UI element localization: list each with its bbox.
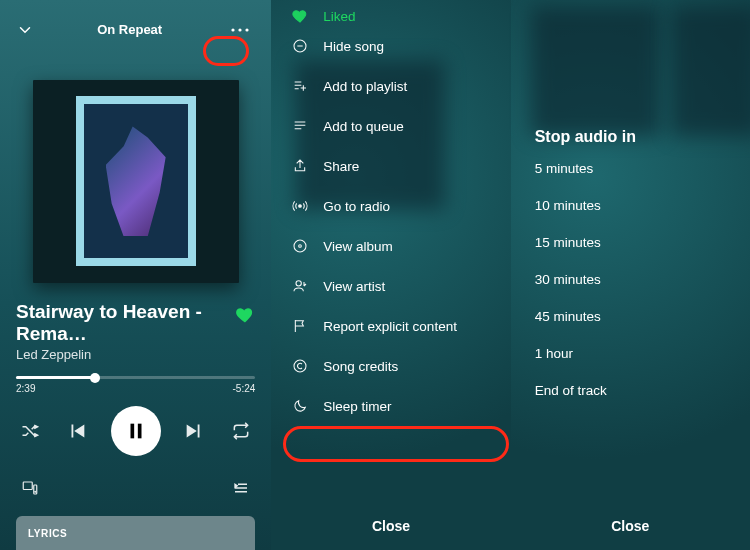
- menu-go-to-radio[interactable]: Go to radio: [271, 186, 510, 226]
- close-button[interactable]: Close: [271, 502, 510, 550]
- previous-button[interactable]: [63, 417, 91, 445]
- svg-point-10: [294, 240, 306, 252]
- artist-icon: [291, 277, 309, 295]
- menu-sleep-timer[interactable]: Sleep timer: [271, 386, 510, 426]
- liked-indicator[interactable]: Liked: [271, 10, 510, 26]
- menu-report-explicit[interactable]: Report explicit content: [271, 306, 510, 346]
- lyrics-label: LYRICS: [28, 528, 67, 539]
- svg-point-9: [299, 205, 302, 208]
- svg-rect-4: [137, 424, 141, 439]
- queue-icon: [291, 117, 309, 135]
- timer-option-end-of-track[interactable]: End of track: [511, 372, 750, 409]
- lyrics-card[interactable]: LYRICS: [16, 516, 255, 550]
- queue-button[interactable]: [227, 474, 255, 502]
- album-art: [33, 80, 239, 284]
- menu-add-to-queue[interactable]: Add to queue: [271, 106, 510, 146]
- context-title: On Repeat: [97, 22, 162, 37]
- menu-share[interactable]: Share: [271, 146, 510, 186]
- timer-option-30min[interactable]: 30 minutes: [511, 261, 750, 298]
- timer-option-45min[interactable]: 45 minutes: [511, 298, 750, 335]
- credits-icon: [291, 357, 309, 375]
- album-icon: [291, 237, 309, 255]
- timer-option-15min[interactable]: 15 minutes: [511, 224, 750, 261]
- menu-view-album[interactable]: View album: [271, 226, 510, 266]
- next-button[interactable]: [180, 417, 208, 445]
- close-button[interactable]: Close: [511, 502, 750, 550]
- svg-point-7: [35, 492, 36, 493]
- timer-option-5min[interactable]: 5 minutes: [511, 150, 750, 187]
- shuffle-button[interactable]: [16, 417, 44, 445]
- timer-option-10min[interactable]: 10 minutes: [511, 187, 750, 224]
- like-button[interactable]: [235, 305, 255, 330]
- menu-add-to-playlist[interactable]: Add to playlist: [271, 66, 510, 106]
- svg-point-11: [299, 245, 302, 248]
- devices-button[interactable]: [16, 474, 44, 502]
- repeat-button[interactable]: [227, 417, 255, 445]
- minus-circle-icon: [291, 37, 309, 55]
- more-options-button[interactable]: [225, 18, 255, 42]
- menu-song-credits[interactable]: Song credits: [271, 346, 510, 386]
- track-title: Stairway to Heaven - Rema…: [16, 301, 235, 345]
- time-elapsed: 2:39: [16, 383, 35, 394]
- time-remaining: -5:24: [233, 383, 256, 394]
- pause-button[interactable]: [111, 406, 161, 456]
- timer-option-1hour[interactable]: 1 hour: [511, 335, 750, 372]
- moon-icon: [291, 397, 309, 415]
- collapse-button[interactable]: [16, 21, 34, 39]
- playlist-add-icon: [291, 77, 309, 95]
- sleep-timer-title: Stop audio in: [511, 10, 750, 150]
- svg-point-2: [246, 28, 249, 31]
- share-icon: [291, 157, 309, 175]
- seek-bar[interactable]: [16, 376, 255, 379]
- svg-rect-3: [130, 424, 134, 439]
- flag-icon: [291, 317, 309, 335]
- heart-check-icon: [291, 10, 309, 25]
- menu-view-artist[interactable]: View artist: [271, 266, 510, 306]
- svg-point-12: [296, 281, 301, 286]
- svg-point-1: [239, 28, 242, 31]
- radio-icon: [291, 197, 309, 215]
- svg-rect-5: [23, 482, 32, 490]
- artist-name[interactable]: Led Zeppelin: [16, 347, 235, 362]
- menu-hide-song[interactable]: Hide song: [271, 26, 510, 66]
- svg-point-0: [232, 28, 235, 31]
- svg-point-13: [294, 360, 306, 372]
